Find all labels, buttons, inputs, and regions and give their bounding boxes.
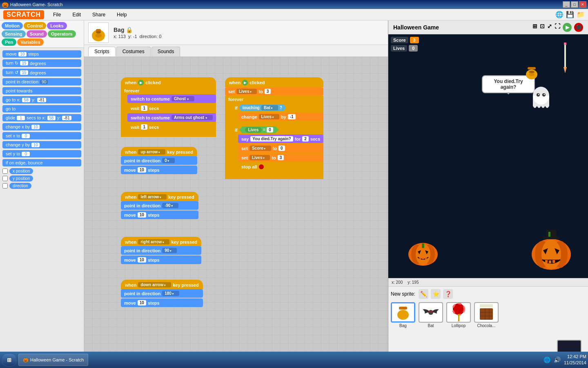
tab-sounds[interactable]: Sounds <box>151 47 180 56</box>
say-block: say You died.Try again? for 2 secs <box>238 135 323 143</box>
cat-pen[interactable]: Pen <box>2 38 16 46</box>
sprite-label-bag: Bag <box>399 323 407 328</box>
stop-button[interactable]: ⬛ <box>574 23 583 32</box>
stage-controls: ⊞ ⊡ ⤢ ⛶ ▶ ⬛ <box>532 23 583 32</box>
block-glide[interactable]: glide 1 secs to x: 58 y: -81 <box>2 114 81 121</box>
sprite-coords: x: 113 y: -1 direction: 0 <box>114 34 161 39</box>
script-stack-2: when ▶ clicked set Lives▼ to 3 forever <box>225 77 323 179</box>
menu-file[interactable]: File <box>51 11 63 18</box>
close-button[interactable]: ✕ <box>579 1 586 8</box>
svg-rect-40 <box>399 307 407 310</box>
sprite-thumb-chocolate[interactable]: Chocola... <box>474 302 499 328</box>
block-list: move 10 steps turn ↻ 15 degrees turn ↺ 1… <box>0 48 84 368</box>
score-label: Score <box>391 37 408 43</box>
taskbar-item-scratch[interactable]: 🎃 Halloween Game - Scratch <box>18 354 88 366</box>
maximize-button[interactable]: □ <box>571 1 578 8</box>
block-edge-bounce[interactable]: if on edge, bounce <box>2 159 81 166</box>
expand-icon[interactable]: ⤢ <box>547 23 552 32</box>
layout-icon-2[interactable]: ⊡ <box>540 23 545 32</box>
script-stack-1: when ▶ clicked forever switch to costume… <box>121 77 216 137</box>
scripts-canvas[interactable]: when ▶ clicked forever switch to costume… <box>84 57 388 368</box>
block-goto-xy[interactable]: go to x: 58 y: -81 <box>2 96 81 103</box>
upload-sprite-button[interactable]: ❓ <box>443 289 453 299</box>
check-direction[interactable] <box>2 183 8 188</box>
blocks-palette: Motion Control Looks Sensing Sound Opera… <box>0 20 84 368</box>
ghost-sprite <box>531 83 551 113</box>
set-score-block: set Score▼ to 0 <box>238 144 323 153</box>
menu-share[interactable]: Share <box>90 11 108 18</box>
fullscreen-icon[interactable]: ⛶ <box>555 23 560 32</box>
menu-help[interactable]: Help <box>114 11 129 18</box>
block-point-direction[interactable]: point in direction 90 <box>2 78 81 85</box>
block-change-x[interactable]: change x by 10 <box>2 123 81 130</box>
minimize-button[interactable]: _ <box>563 1 570 8</box>
start-button[interactable]: ⊞ <box>2 353 17 366</box>
cat-operators[interactable]: Operators <box>48 30 76 38</box>
move-left: move 10 steps <box>121 211 198 219</box>
label-x-position: x position <box>9 168 33 174</box>
cat-motion[interactable]: Motion <box>2 22 23 29</box>
hat-right: when right arrow▼ key pressed <box>121 237 201 246</box>
svg-rect-4 <box>564 43 566 67</box>
lives-row: Lives 0 <box>391 45 419 52</box>
check-x-pos[interactable] <box>2 168 8 174</box>
stage-container: Halloween Game ⊞ ⊡ ⤢ ⛶ ▶ ⬛ Score 3 Lives <box>388 20 588 368</box>
hat-down: when down arrow▼ key pressed <box>121 280 203 289</box>
cat-sound[interactable]: Sound <box>27 30 47 38</box>
taskbar-app-title: Halloween Game - Scratch <box>30 357 84 362</box>
svg-rect-21 <box>422 243 424 248</box>
move-down: move 10 steps <box>121 298 203 307</box>
svg-rect-13 <box>528 67 536 70</box>
stage-hud: Score 3 Lives 0 <box>391 37 419 52</box>
system-clock: 12:42 PM 11/25/2014 <box>564 354 586 366</box>
titlebar-controls[interactable]: _ □ ✕ <box>563 1 586 8</box>
hat-up: when up arrow▼ key pressed <box>121 147 197 156</box>
hat-left: when left arrow▼ key pressed <box>121 192 198 201</box>
volume-icon: 🔊 <box>554 357 561 363</box>
block-turn-cw[interactable]: turn ↻ 15 degrees <box>2 59 81 67</box>
cat-sensing[interactable]: Sensing <box>2 30 26 38</box>
forever-block-1: forever switch to costume Ghost▼ wait 1 … <box>121 87 216 137</box>
sprite-thumb-lollipop[interactable]: Lollipop <box>446 302 471 328</box>
check-y-pos[interactable] <box>2 176 8 181</box>
block-move[interactable]: move 10 steps <box>2 50 81 58</box>
svg-rect-49 <box>480 308 493 320</box>
point-dir-right: point in direction 90▼ <box>121 246 201 255</box>
svg-rect-8 <box>533 96 549 106</box>
cat-looks[interactable]: Looks <box>47 22 67 29</box>
wait-block-2: wait 1 secs <box>127 123 216 131</box>
globe-icon[interactable]: 🌐 <box>555 11 564 18</box>
block-set-y[interactable]: set y to 0 <box>2 150 81 157</box>
sprite-thumb-bag[interactable]: Bag <box>391 302 415 328</box>
scratch-logo[interactable]: SCRATCH <box>3 10 44 19</box>
sprite-info: Bag 🔒 x: 113 y: -1 direction: 0 <box>114 27 161 39</box>
block-turn-ccw[interactable]: turn ↺ 15 degrees <box>2 69 81 76</box>
block-change-y[interactable]: change y by 10 <box>2 141 81 148</box>
costume-block-ghost: switch to costume Ghost▼ <box>127 94 216 103</box>
svg-point-44 <box>432 311 433 312</box>
block-goto[interactable]: go to <box>2 105 81 112</box>
tab-scripts[interactable]: Scripts <box>88 47 116 56</box>
stage-canvas: Score 3 Lives 0 You died.Try again? <box>388 34 588 278</box>
tab-costumes[interactable]: Costumes <box>116 47 151 56</box>
save-icon[interactable]: 💾 <box>566 11 574 18</box>
block-set-x[interactable]: set x to 0 <box>2 132 81 139</box>
menu-edit[interactable]: Edit <box>70 11 83 18</box>
svg-rect-38 <box>546 230 556 238</box>
titlebar-left: 🎃 Halloween Game- Scratch <box>2 1 62 8</box>
stage-title: Halloween Game <box>393 24 439 31</box>
taskbar: ⊞ 🎃 Halloween Game - Scratch 🌐 🔊 12:42 P… <box>0 352 588 368</box>
coords-bar: x: 200 y: 195 <box>388 278 588 286</box>
svg-rect-26 <box>425 258 427 259</box>
layout-icon[interactable]: ⊞ <box>532 23 537 32</box>
random-sprite-button[interactable]: ⭐ <box>431 289 441 299</box>
set-lives-block: set Lives▼ to 3 <box>225 87 323 96</box>
block-point-towards[interactable]: point towards <box>2 87 81 94</box>
cat-variables[interactable]: Variables <box>17 38 43 46</box>
hat-block-1: when ▶ clicked <box>121 77 216 87</box>
sprite-thumb-bat[interactable]: Bat <box>419 302 443 328</box>
cat-control[interactable]: Control <box>24 22 46 29</box>
green-flag-button[interactable]: ▶ <box>563 23 572 32</box>
share-icon[interactable]: 📁 <box>577 11 585 18</box>
paint-sprite-button[interactable]: ✏️ <box>419 289 428 299</box>
